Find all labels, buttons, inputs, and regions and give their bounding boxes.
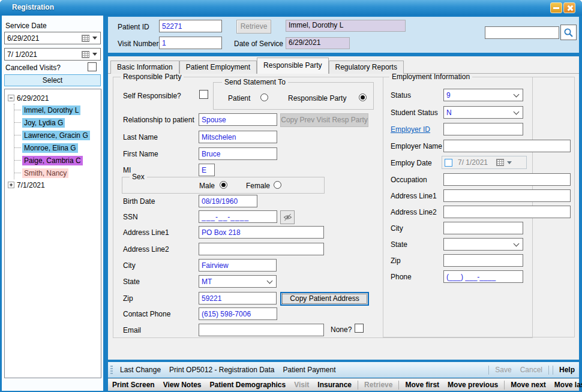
- toolbar-grip-handle[interactable]: [110, 366, 113, 375]
- emp-state-select[interactable]: [443, 238, 523, 251]
- copy-prev-visit-button[interactable]: Copy Prev Visit Resp Party: [280, 113, 368, 127]
- service-date-to-picker[interactable]: 7/ 1/2021: [4, 48, 101, 61]
- send-statement-responsible-radio[interactable]: [359, 94, 367, 101]
- tree-item[interactable]: Lawrence, Gracin G: [22, 131, 90, 140]
- dropdown-arrow-icon[interactable]: [507, 161, 512, 164]
- last-name-input[interactable]: [199, 131, 277, 143]
- tree-collapse-icon[interactable]: [8, 95, 14, 101]
- tab-regulatory-reports[interactable]: Regulatory Reports: [329, 61, 404, 74]
- visit-button[interactable]: Visit: [290, 381, 313, 389]
- employ-date-checkbox[interactable]: [445, 159, 452, 167]
- tree-item[interactable]: Monroe, Elina G: [22, 143, 78, 153]
- patient-demographics-button[interactable]: Patient Demographics: [206, 381, 290, 389]
- retrieve-nav-button[interactable]: Retrieve: [360, 381, 397, 389]
- employer-id-link[interactable]: Employer ID: [391, 125, 430, 134]
- retrieve-button[interactable]: Retrieve: [236, 20, 271, 34]
- emp-city-input[interactable]: [443, 222, 523, 234]
- tree-item[interactable]: Joy, Lydia G: [22, 118, 65, 128]
- tree-date-node[interactable]: 7/1/2021: [17, 181, 45, 189]
- first-name-input[interactable]: [199, 147, 277, 160]
- toolbar-separator: [358, 381, 358, 390]
- self-responsible-checkbox[interactable]: [199, 90, 208, 99]
- occupation-input[interactable]: [443, 173, 571, 186]
- employ-date-picker[interactable]: 7/ 1/2021: [442, 156, 527, 169]
- tree-item-row: Joy, Lydia G: [14, 116, 101, 129]
- emp-address1-label: Address Line1: [391, 192, 437, 200]
- move-previous-button[interactable]: Move previous: [443, 381, 502, 389]
- last-change-button[interactable]: Last Change: [116, 366, 165, 374]
- tree-item[interactable]: Paige, Cambria C: [22, 156, 83, 165]
- print-screen-button[interactable]: Print Screen: [108, 381, 159, 389]
- tree-expand-icon[interactable]: [8, 182, 14, 188]
- service-date-from-picker[interactable]: 6/29/2021: [4, 32, 101, 44]
- zip-label: Zip: [123, 294, 133, 303]
- emp-address2-input[interactable]: [443, 206, 571, 218]
- tree-item-row: Immel, Dorothy L: [14, 104, 101, 116]
- ssn-input[interactable]: [199, 210, 277, 223]
- employer-name-input[interactable]: [443, 140, 571, 152]
- move-first-button[interactable]: Move first: [401, 381, 443, 389]
- cancel-button[interactable]: Cancel: [516, 366, 547, 374]
- tab-patient-employment[interactable]: Patient Employment: [179, 61, 257, 74]
- toolbar-separator: [548, 366, 549, 375]
- state-select[interactable]: MT: [199, 275, 277, 288]
- employment-group: Employment Information Status 9 Student …: [383, 77, 575, 337]
- emp-address1-input[interactable]: [443, 189, 571, 202]
- birth-date-input[interactable]: [199, 195, 257, 207]
- dropdown-arrow-icon[interactable]: [92, 53, 97, 56]
- tab-responsible-party[interactable]: Responsible Party: [257, 58, 328, 74]
- ssn-reveal-button[interactable]: [280, 210, 295, 224]
- tree-date-node[interactable]: 6/29/2021: [17, 94, 49, 102]
- select-button[interactable]: Select: [4, 74, 101, 86]
- email-input[interactable]: [199, 324, 324, 336]
- calendar-icon[interactable]: [82, 51, 89, 58]
- search-input[interactable]: [485, 26, 559, 39]
- view-notes-button[interactable]: View Notes: [159, 381, 206, 389]
- search-button[interactable]: [560, 25, 577, 40]
- sex-group: Sex Male Female: [122, 177, 325, 194]
- cancelled-visits-checkbox[interactable]: [88, 62, 97, 71]
- search-icon: [563, 28, 574, 38]
- calendar-icon[interactable]: [82, 35, 89, 42]
- tree-connector: [14, 160, 21, 161]
- zip-input[interactable]: [199, 292, 277, 304]
- toolbar-separator: [504, 381, 505, 390]
- sex-female-radio[interactable]: [274, 181, 281, 189]
- emp-phone-input[interactable]: [443, 270, 523, 283]
- save-button[interactable]: Save: [491, 366, 515, 374]
- visit-number-input[interactable]: [159, 37, 222, 49]
- mi-input[interactable]: [199, 164, 215, 176]
- print-registration-data-button[interactable]: Print OP5012 - Registration Data: [165, 366, 278, 374]
- calendar-icon[interactable]: [496, 159, 504, 166]
- address1-input[interactable]: [199, 226, 324, 239]
- insurance-button[interactable]: Insurance: [313, 381, 356, 389]
- email-none-checkbox[interactable]: [355, 324, 364, 333]
- copy-patient-address-button[interactable]: Copy Patient Address: [280, 292, 369, 306]
- sex-male-radio[interactable]: [220, 181, 227, 189]
- emp-zip-input[interactable]: [443, 254, 523, 267]
- dropdown-arrow-icon[interactable]: [92, 37, 97, 40]
- visit-tree[interactable]: 6/29/2021 Immel, Dorothy L Joy, Lydia G …: [4, 89, 101, 378]
- tree-item[interactable]: Smith, Nancy: [22, 168, 68, 178]
- minimize-button[interactable]: [550, 2, 562, 13]
- contact-phone-input[interactable]: [199, 307, 277, 320]
- address2-label: Address Line2: [123, 245, 169, 254]
- status-select[interactable]: 9: [443, 89, 523, 101]
- tree-item[interactable]: Immel, Dorothy L: [22, 105, 80, 115]
- send-statement-patient-radio[interactable]: [260, 94, 268, 101]
- sex-group-title: Sex: [130, 173, 147, 181]
- tab-basic-information[interactable]: Basic Information: [110, 61, 179, 74]
- city-input[interactable]: [199, 259, 277, 272]
- move-next-button[interactable]: Move next: [506, 381, 550, 389]
- patient-payment-button[interactable]: Patient Payment: [278, 366, 340, 374]
- relationship-input[interactable]: [199, 113, 277, 126]
- address2-input[interactable]: [199, 243, 324, 255]
- employer-id-input[interactable]: [443, 123, 523, 135]
- service-date-from-value: 6/29/2021: [5, 34, 39, 43]
- responsible-party-group-title: Responsible Party: [121, 73, 184, 81]
- patient-id-input[interactable]: [159, 20, 222, 32]
- close-button[interactable]: [563, 2, 575, 13]
- move-last-button[interactable]: Move last: [550, 381, 582, 389]
- help-button[interactable]: Help: [555, 366, 579, 374]
- student-status-select[interactable]: N: [443, 106, 523, 119]
